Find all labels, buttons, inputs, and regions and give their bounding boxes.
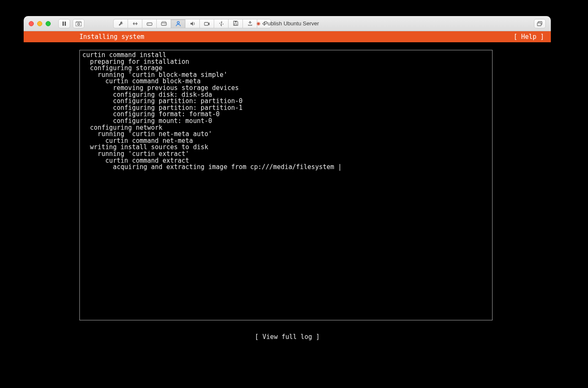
install-log-box: curtin command install preparing for ins… — [79, 50, 493, 320]
close-button[interactable] — [29, 21, 34, 26]
window-titlebar: ◉ Publish Ubuntu Server — [24, 16, 551, 31]
sound-icon — [190, 21, 196, 26]
svg-point-5 — [148, 24, 149, 25]
wrench-icon — [118, 21, 124, 27]
svg-point-10 — [221, 25, 222, 26]
minimize-button[interactable] — [37, 21, 42, 26]
svg-rect-9 — [204, 22, 208, 25]
hdd-button[interactable] — [142, 19, 156, 28]
share-button[interactable] — [242, 19, 257, 28]
svg-rect-0 — [63, 22, 64, 26]
view-full-log-button[interactable]: [ View full log ] — [24, 333, 551, 341]
floppy-button[interactable] — [228, 19, 242, 28]
window-title: ◉ Publish Ubuntu Server — [24, 20, 551, 27]
hdd-icon — [147, 21, 152, 26]
vm-window: ◉ Publish Ubuntu Server Installing syste… — [24, 16, 551, 348]
installer-header-title: Installing system — [79, 33, 144, 41]
svg-point-8 — [177, 22, 179, 24]
svg-rect-2 — [76, 22, 82, 26]
installer-console: curtin command install preparing for ins… — [24, 42, 551, 348]
sound-button[interactable] — [185, 19, 199, 28]
svg-point-7 — [165, 24, 166, 25]
stack-icon — [537, 21, 543, 26]
svg-rect-14 — [537, 23, 541, 26]
user-button[interactable] — [171, 19, 185, 28]
camera-icon — [204, 21, 210, 26]
share-icon — [247, 21, 253, 26]
usb-button[interactable] — [214, 19, 228, 28]
vm-display: Installing system [ Help ] curtin comman… — [24, 31, 551, 348]
traffic-lights — [29, 21, 51, 26]
svg-rect-12 — [235, 21, 237, 22]
stack-button[interactable] — [534, 19, 546, 28]
settings-button[interactable] — [113, 19, 128, 28]
toolbar-right — [534, 19, 546, 28]
hdd-external-icon — [161, 21, 167, 26]
snapshot-button[interactable] — [73, 19, 84, 28]
window-title-text: Publish Ubuntu Server — [264, 20, 319, 27]
maximize-button[interactable] — [46, 21, 51, 26]
svg-rect-6 — [161, 23, 166, 25]
pause-button[interactable] — [58, 19, 70, 28]
svg-point-3 — [78, 23, 80, 25]
help-button[interactable]: [ Help ] — [514, 33, 544, 41]
more-button[interactable] — [257, 19, 271, 28]
toolbar-left-group — [58, 19, 84, 28]
user-icon — [175, 21, 181, 27]
resize-icon — [132, 21, 138, 26]
resize-button[interactable] — [128, 19, 142, 28]
toolbar-tools-cluster — [113, 19, 271, 28]
svg-rect-4 — [147, 23, 152, 25]
floppy-icon — [233, 21, 238, 26]
snapshot-icon — [76, 21, 82, 26]
usb-icon — [218, 21, 224, 26]
installer-header-bar: Installing system [ Help ] — [24, 31, 551, 42]
svg-rect-1 — [65, 22, 66, 26]
chevron-right-icon — [262, 21, 266, 26]
hdd-external-button[interactable] — [156, 19, 171, 28]
camera-button[interactable] — [199, 19, 214, 28]
pause-icon — [62, 22, 66, 26]
